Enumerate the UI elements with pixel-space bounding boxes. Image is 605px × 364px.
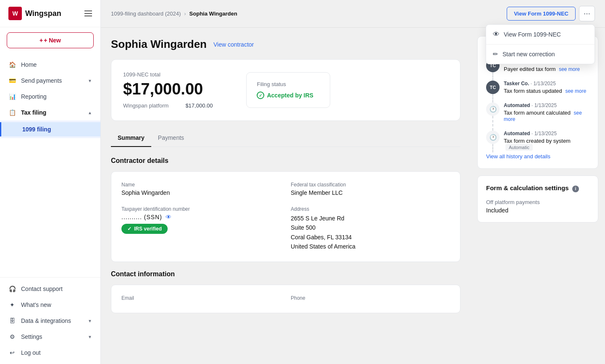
automatic-badge: Automatic <box>505 144 533 151</box>
history-content-4: Automated · 1/13/2025 Tax form created b… <box>504 131 589 151</box>
right-panel: Recent history View all TC Tasker Co. · … <box>471 28 605 364</box>
history-item-3: 🕐 Automated · 1/13/2025 Tax form amount … <box>486 102 589 131</box>
page-title-row: Sophia Wingarden View contractor <box>111 38 460 51</box>
off-platform-value: Included <box>486 207 589 214</box>
off-platform-payments-field: Off platform payments Included <box>486 199 589 214</box>
view-contractor-link[interactable]: View contractor <box>213 41 254 48</box>
history-content-3: Automated · 1/13/2025 Tax form amount ca… <box>504 102 589 122</box>
tin-field: Taxpayer identification number .........… <box>121 206 281 251</box>
sidebar-item-home[interactable]: 🏠 Home <box>0 57 100 73</box>
history-meta-3: Automated · 1/13/2025 <box>504 102 589 108</box>
platform-label: Wingspan platform <box>123 102 168 109</box>
irs-verified-badge: ✓ IRS verified <box>121 224 168 234</box>
topbar-actions: View Form 1099-NEC ⋯ 👁 View Form 1099-NE… <box>507 6 595 21</box>
email-field: Email <box>121 295 281 303</box>
history-avatar-3: 🕐 <box>486 102 500 116</box>
nec-total-section: 1099-NEC total $17,000.00 Wingspan platf… <box>123 71 213 109</box>
dropdown-menu: 👁 View Form 1099-NEC ✏ Start new correct… <box>486 24 595 64</box>
sidebar-subnav-tax-filing: 1099 filing <box>0 120 100 138</box>
info-icon[interactable]: i <box>572 186 579 192</box>
breadcrumb-current: Sophia Wingarden <box>189 10 237 17</box>
tin-mask: .......... (SSN) <box>121 214 162 220</box>
platform-row: Wingspan platform $17,000.00 <box>123 102 213 109</box>
breadcrumb-parent[interactable]: 1099-filing dashboard (2024) <box>111 10 181 17</box>
sidebar-item-whats-new[interactable]: ✦ What's new <box>0 297 100 313</box>
contact-details-grid: Email Phone <box>121 295 450 303</box>
home-icon: 🏠 <box>8 61 16 68</box>
headphones-icon: 🎧 <box>8 285 16 293</box>
ellipsis-icon: ⋯ <box>584 10 590 17</box>
phone-field: Phone <box>291 295 450 303</box>
see-more-2[interactable]: see more <box>565 88 586 94</box>
send-icon: 💳 <box>8 77 16 84</box>
dropdown-view-form-item[interactable]: 👁 View Form 1099-NEC <box>486 25 594 44</box>
address-label: Address <box>291 206 450 212</box>
file-text-icon: 📋 <box>8 109 16 116</box>
name-label: Name <box>121 182 281 188</box>
tax-classification-value: Single Member LLC <box>291 189 450 196</box>
name-value: Sophia Wingarden <box>121 189 281 196</box>
sidebar-item-settings[interactable]: ⚙ Settings ▼ <box>0 329 100 345</box>
tax-classification-label: Federal tax classification <box>291 182 450 188</box>
tax-classification-field: Federal tax classification Single Member… <box>291 182 450 196</box>
plus-icon: + <box>39 37 43 44</box>
sidebar-logo: W Wingspan <box>0 0 100 27</box>
new-button[interactable]: + + New <box>7 32 94 48</box>
contact-info-title: Contact information <box>111 270 460 278</box>
main-panel: Sophia Wingarden View contractor 1099-NE… <box>101 28 471 364</box>
sidebar-item-reporting[interactable]: 📊 Reporting <box>0 89 100 105</box>
tab-payments[interactable]: Payments <box>151 129 191 147</box>
view-all-history-details-link[interactable]: View all history and details <box>486 153 550 160</box>
filing-status-card: Filing status ✓ Accepted by IRS <box>246 72 330 108</box>
sidebar-item-logout[interactable]: ↩ Log out <box>0 345 100 361</box>
settings-icon: ⚙ <box>8 333 16 340</box>
bar-chart-icon: 📊 <box>8 93 16 100</box>
sidebar-item-1099-filing[interactable]: 1099 filing <box>0 122 100 136</box>
breadcrumb-separator: › <box>184 10 186 17</box>
see-more-1[interactable]: see more <box>559 66 580 72</box>
chevron-up-icon: ▲ <box>88 110 92 115</box>
contact-info-card: Email Phone <box>111 285 460 313</box>
tabs-row: Summary Payments <box>111 129 460 147</box>
sidebar-item-contact-support[interactable]: 🎧 Contact support <box>0 281 100 297</box>
topbar: 1099-filing dashboard (2024) › Sophia Wi… <box>101 0 605 28</box>
sidebar-item-tax-filing[interactable]: 📋 Tax filing ▲ <box>0 105 100 120</box>
nec-total-label: 1099-NEC total <box>123 71 213 78</box>
check-circle-icon: ✓ <box>257 92 264 99</box>
summary-card: 1099-NEC total $17,000.00 Wingspan platf… <box>111 59 460 121</box>
view-form-1099-nec-button[interactable]: View Form 1099-NEC <box>507 7 576 21</box>
platform-amount: $17,000.00 <box>185 102 213 109</box>
dropdown-start-correction-item[interactable]: ✏ Start new correction <box>486 45 594 64</box>
page-title: Sophia Wingarden <box>111 38 207 51</box>
breadcrumb: 1099-filing dashboard (2024) › Sophia Wi… <box>111 10 237 17</box>
content-area: Sophia Wingarden View contractor 1099-NE… <box>101 28 605 364</box>
history-item-2: TC Tasker Co. · 1/13/2025 Tax form statu… <box>486 81 589 102</box>
history-desc-2: Tax form status updated see more <box>504 88 589 94</box>
history-desc-4: Tax form created by system Automatic <box>504 138 589 151</box>
sidebar-item-send-payments[interactable]: 💳 Send payments ▼ <box>0 73 100 89</box>
tab-summary[interactable]: Summary <box>111 129 151 147</box>
history-avatar-4: 🕐 <box>486 131 500 144</box>
check-icon: ✓ <box>127 226 132 232</box>
history-content-2: Tasker Co. · 1/13/2025 Tax form status u… <box>504 81 589 94</box>
sidebar-item-data-integrations[interactable]: 🗄 Data & integrations ▼ <box>0 313 100 329</box>
address-field: Address 2655 S Le Jeune Rd Suite 500 Cor… <box>291 206 450 251</box>
more-options-button[interactable]: ⋯ <box>579 6 595 21</box>
sidebar-nav: 🏠 Home 💳 Send payments ▼ 📊 Reporting 📋 T… <box>0 53 100 277</box>
form-settings-title: Form & calculation settings i <box>486 184 579 192</box>
email-label: Email <box>121 295 281 301</box>
main-area: 1099-filing dashboard (2024) › Sophia Wi… <box>101 0 605 364</box>
tin-reveal-button[interactable]: 👁 <box>166 214 171 220</box>
form-settings-section: Form & calculation settings i Off platfo… <box>477 175 598 223</box>
history-meta-4: Automated · 1/13/2025 <box>504 131 589 136</box>
contractor-details-card: Name Sophia Wingarden Federal tax classi… <box>111 171 460 262</box>
hamburger-icon[interactable] <box>84 10 92 16</box>
phone-label: Phone <box>291 295 450 301</box>
off-platform-label: Off platform payments <box>486 199 589 205</box>
star-icon: ✦ <box>8 301 16 309</box>
filing-status-badge: ✓ Accepted by IRS <box>257 92 320 99</box>
history-desc-3: Tax form amount calculated see more <box>504 110 589 122</box>
filing-status-label: Filing status <box>257 81 320 87</box>
contractor-details-title: Contractor details <box>111 157 460 165</box>
sidebar: W Wingspan + + New 🏠 Home 💳 Send payment… <box>0 0 101 364</box>
